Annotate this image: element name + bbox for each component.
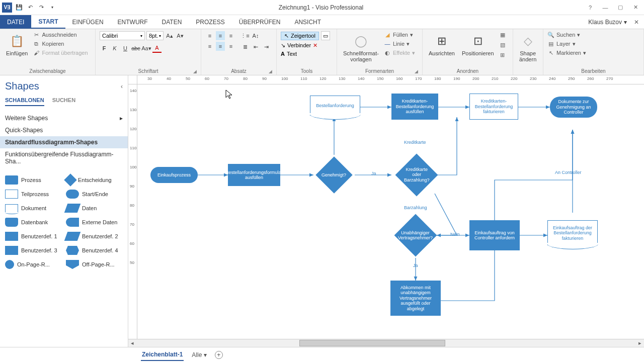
shape-user1[interactable]: Benutzerdef. 1: [5, 232, 62, 241]
copy-button[interactable]: ⧉Kopieren: [33, 40, 88, 47]
search-tab[interactable]: SUCHEN: [52, 97, 75, 106]
layer-button[interactable]: ▤Layer▾: [547, 40, 586, 47]
tab-design[interactable]: ENTWURF: [111, 15, 155, 29]
scroll-thumb[interactable]: [299, 340, 445, 346]
send-back-icon[interactable]: ▧: [499, 41, 506, 48]
standard-flowchart-row[interactable]: Standardflussdiagramm-Shapes: [0, 136, 128, 148]
format-painter-button[interactable]: 🖌Format übertragen: [33, 49, 88, 56]
node-cc-or-cash[interactable]: Kreditkarte oder Barzahlung?: [395, 154, 438, 197]
ribbon-collapse-icon[interactable]: ✕: [634, 19, 639, 26]
redo-icon[interactable]: ↷: [37, 4, 45, 12]
shape-decision[interactable]: Entscheidung: [66, 175, 123, 185]
decrease-font-icon[interactable]: A▾: [176, 31, 185, 40]
quick-shapes-row[interactable]: Quick-Shapes: [5, 124, 123, 136]
help-icon[interactable]: ?: [586, 3, 595, 12]
node-po-invoice[interactable]: Einkaufsauftrag der Bestellanforderung f…: [547, 220, 598, 245]
font-color-button[interactable]: A: [152, 44, 162, 53]
shape-terminator[interactable]: Start/Ende: [66, 190, 123, 199]
node-docs-controller[interactable]: Dokumente zur Genehmigung an Controller: [550, 97, 597, 118]
font-dialog-launcher-icon[interactable]: ◢: [193, 69, 197, 74]
change-shape-button[interactable]: ◇Shapeändern: [517, 31, 538, 64]
increase-font-icon[interactable]: A▴: [165, 31, 174, 40]
sheet-tab-all[interactable]: Alle ▾: [191, 349, 207, 360]
tab-process[interactable]: PROZESS: [189, 15, 231, 29]
shape-user3[interactable]: Benutzerdef. 3: [5, 246, 62, 255]
align-center-icon[interactable]: ≡: [216, 42, 225, 51]
paragraph-dialog-launcher-icon[interactable]: ◢: [269, 69, 272, 74]
close-icon[interactable]: ✕: [631, 3, 640, 12]
undo-icon[interactable]: ↶: [26, 4, 34, 12]
underline-button[interactable]: U: [121, 44, 130, 53]
node-approved[interactable]: Genehmigt?: [315, 156, 353, 194]
tab-start[interactable]: START: [31, 15, 65, 29]
horizontal-scrollbar[interactable]: ◂ ▸: [128, 339, 644, 347]
paste-button[interactable]: 📋 Einfügen: [4, 31, 30, 58]
tab-file[interactable]: DATEI: [0, 15, 31, 29]
shape-subprocess[interactable]: Teilprozess: [5, 190, 62, 199]
bold-button[interactable]: F: [100, 44, 109, 53]
orientation-icon[interactable]: A↕: [251, 31, 260, 40]
align-top-right-icon[interactable]: ≡: [226, 31, 235, 40]
horizontal-ruler[interactable]: 3040506070809010011012013014015016017018…: [137, 75, 644, 84]
strikethrough-button[interactable]: abc: [131, 44, 140, 53]
user-name[interactable]: Klaus Buzov: [588, 19, 622, 26]
stencils-tab[interactable]: SCHABLONEN: [5, 97, 44, 106]
add-sheet-button[interactable]: +: [215, 351, 223, 359]
connector-tool-button[interactable]: ↘Verbinder: [281, 42, 311, 49]
cross-functional-row[interactable]: Funktionsübergreifende Flussdiagramm-Sha…: [5, 148, 123, 167]
text-tool-button[interactable]: AText: [281, 51, 297, 57]
shape-document[interactable]: Dokument: [5, 204, 62, 213]
group-icon[interactable]: ⊞: [499, 51, 506, 58]
sheet-tab-1[interactable]: Zeichenblatt-1: [141, 349, 184, 361]
node-cc-invoice[interactable]: Kreditkarten-Bestellanforderung fakturie…: [469, 94, 518, 120]
indent-inc-icon[interactable]: ⇥: [262, 42, 271, 51]
node-agreement[interactable]: Abkommen mit unabhängigem Vertragsnehmer…: [390, 281, 441, 316]
node-start[interactable]: Einkaufsprozess: [150, 167, 198, 183]
quick-styles-button[interactable]: ◯ Schnellformat- vorlagen: [341, 31, 381, 64]
shape-database[interactable]: Datenbank: [5, 218, 62, 227]
node-contractor[interactable]: Unabhängiger Vertragsnehmer?: [394, 214, 437, 257]
shape-user4[interactable]: Benutzerdef. 4: [66, 246, 123, 255]
justify-icon[interactable]: ≣: [240, 42, 250, 51]
font-name-select[interactable]: Calibri▾: [100, 31, 145, 40]
node-po-controller[interactable]: Einkaufsauftrag von Controller anfordern: [469, 220, 520, 250]
collapse-pane-icon[interactable]: ‹: [121, 83, 123, 90]
bring-front-icon[interactable]: ▦: [499, 31, 506, 38]
shape-process[interactable]: Prozess: [5, 175, 62, 185]
tab-data[interactable]: DATEN: [155, 15, 189, 29]
qat-customize-icon[interactable]: ▾: [48, 4, 56, 12]
pointer-tool-button[interactable]: ↖Zeigertool: [281, 32, 319, 40]
scroll-right-icon[interactable]: ▸: [636, 339, 644, 347]
rectangle-tool-icon[interactable]: ▭: [321, 31, 330, 40]
shape-external-data[interactable]: Externe Daten: [66, 218, 123, 227]
user-dropdown-icon[interactable]: ▾: [624, 19, 627, 26]
scroll-left-icon[interactable]: ◂: [128, 339, 136, 347]
align-left-icon[interactable]: ≡: [205, 42, 214, 51]
fill-button[interactable]: ◢Füllen▾: [384, 31, 415, 38]
save-icon[interactable]: 💾: [15, 4, 23, 12]
cut-button[interactable]: ✂Ausschneiden: [33, 31, 88, 38]
italic-button[interactable]: K: [110, 44, 119, 53]
node-requisition-doc[interactable]: Bestellanforderung: [310, 96, 360, 116]
vertical-ruler[interactable]: 1401301201101009080706050: [128, 84, 137, 339]
find-button[interactable]: 🔍Suchen▾: [547, 31, 586, 38]
bullets-icon[interactable]: ⋮≡: [240, 31, 250, 40]
align-top-left-icon[interactable]: ≡: [205, 31, 214, 40]
tab-view[interactable]: ANSICHT: [287, 15, 328, 29]
position-button[interactable]: ⊡Positionieren: [460, 31, 496, 58]
delete-tool-icon[interactable]: ✕: [313, 42, 317, 49]
tab-insert[interactable]: EINFÜGEN: [65, 15, 111, 29]
shape-offpage[interactable]: Off-Page-R...: [66, 260, 123, 269]
indent-dec-icon[interactable]: ⇤: [251, 42, 260, 51]
line-button[interactable]: —Linie▾: [384, 40, 415, 47]
font-size-select[interactable]: 8pt.▾: [146, 31, 164, 40]
minimize-icon[interactable]: —: [601, 3, 610, 12]
drawing-canvas[interactable]: Einkaufsprozess Bestellanforderungsformu…: [137, 84, 644, 339]
align-top-center-icon[interactable]: ≡: [216, 31, 225, 40]
node-cc-fill[interactable]: Kreditkarten-Bestellanforderung ausfülle…: [391, 94, 438, 120]
effects-button[interactable]: ◐Effekte▾: [384, 49, 415, 56]
align-button[interactable]: ⊞Ausrichten: [427, 31, 457, 58]
align-right-icon[interactable]: ≡: [226, 42, 235, 51]
shape-data[interactable]: Daten: [66, 204, 123, 213]
select-button[interactable]: ↖Markieren▾: [547, 49, 586, 56]
